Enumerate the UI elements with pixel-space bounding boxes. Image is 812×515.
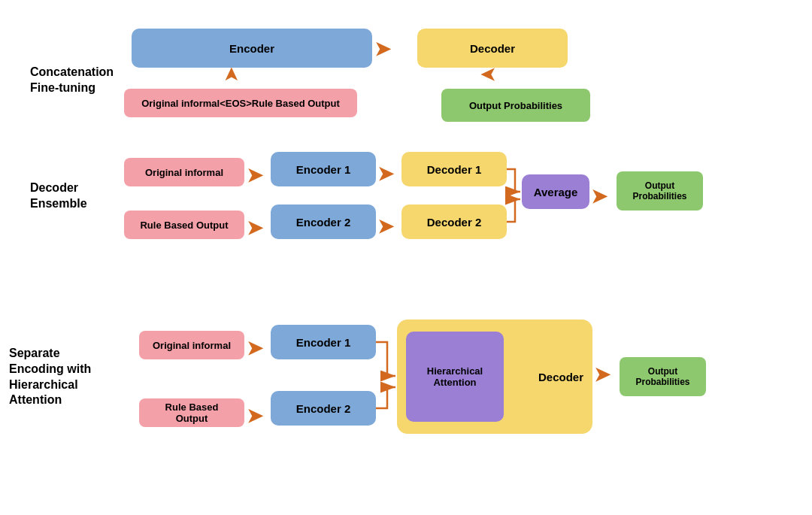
s3-hierarchical-attention: Hierarchical Attention <box>406 332 504 422</box>
s3-encoder1: Encoder 1 <box>271 325 376 359</box>
s3-original-informal: Original informal <box>139 331 244 359</box>
s2-decoder1: Decoder 1 <box>401 152 507 186</box>
s3-decoder-label: Decoder <box>532 371 583 383</box>
arrow-enc-dec: ➤ <box>374 39 391 59</box>
s2-average-box: Average <box>522 174 589 209</box>
s3-output-prob: Output Probabilities <box>620 357 706 396</box>
encoder-box: Encoder <box>132 29 372 68</box>
s3-encoder2: Encoder 2 <box>271 391 376 426</box>
s2-arrow1: ➤ <box>247 165 263 185</box>
s2-arrow4: ➤ <box>377 217 394 236</box>
output-prob-box: Output Probabilities <box>441 89 590 122</box>
section2-label: DecoderEnsemble <box>30 180 87 212</box>
input-text-box: Original informal<EOS>Rule Based Output <box>124 89 357 117</box>
section3-label: SeparateEncoding withHierarchicalAttenti… <box>9 346 91 408</box>
s2-arrow-avg: ➤ <box>591 186 607 206</box>
arrow-dec-down: ➤ <box>480 65 495 86</box>
s2-original-informal: Original informal <box>124 158 244 186</box>
s2-arrow3: ➤ <box>247 218 263 238</box>
s2-output-prob: Output Probabilities <box>617 171 703 211</box>
s2-decoder2: Decoder 2 <box>401 204 507 239</box>
s3-arrow2: ➤ <box>247 406 263 426</box>
section1-label: ConcatenationFine-tuning <box>30 65 114 96</box>
arrow-pink-up: ➤ <box>220 66 243 83</box>
s3-arrow1: ➤ <box>247 338 263 358</box>
diagram-container: ConcatenationFine-tuning Encoder ➤ Decod… <box>0 0 812 515</box>
s3-rule-based: Rule Based Output <box>139 398 244 427</box>
decoder-box: Decoder <box>417 29 568 68</box>
s2-encoder1: Encoder 1 <box>271 152 376 186</box>
s2-rule-based: Rule Based Output <box>124 211 244 239</box>
s3-arrow4: ➤ <box>594 365 611 384</box>
s2-arrow2: ➤ <box>377 164 394 183</box>
s3-yellow-container: Hierarchical Attention Decoder <box>397 320 592 434</box>
s2-encoder2: Encoder 2 <box>271 204 376 239</box>
